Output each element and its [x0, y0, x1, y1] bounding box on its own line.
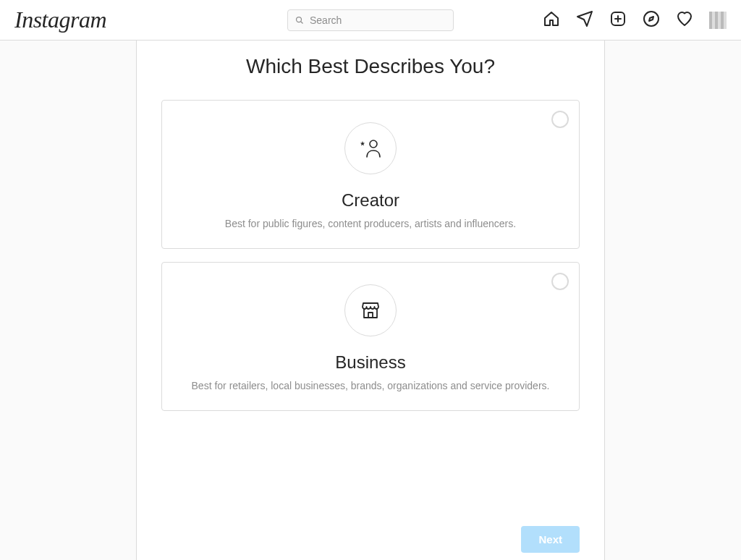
option-creator[interactable]: Creator Best for public figures, content… [161, 100, 580, 249]
svg-point-0 [297, 17, 302, 22]
main-panel: Which Best Describes You? Creator Best f… [136, 41, 605, 560]
business-icon-wrap [344, 284, 397, 336]
search-placeholder: Search [310, 14, 342, 26]
page-heading: Which Best Describes You? [161, 55, 580, 78]
nav-icons [543, 10, 727, 30]
explore-icon[interactable] [643, 10, 660, 30]
svg-point-7 [370, 140, 377, 148]
option-business[interactable]: Business Best for retailers, local busin… [161, 262, 580, 411]
creator-title: Creator [177, 190, 564, 211]
radio-creator[interactable] [551, 111, 569, 128]
search-container: Search [287, 9, 454, 31]
radio-business[interactable] [551, 273, 569, 290]
messages-icon[interactable] [576, 10, 593, 30]
svg-line-1 [301, 21, 303, 23]
svg-marker-6 [649, 17, 653, 21]
activity-icon[interactable] [676, 10, 693, 30]
creator-desc: Best for public figures, content produce… [177, 218, 564, 229]
search-icon [295, 16, 304, 25]
profile-avatar[interactable] [709, 12, 727, 29]
search-input[interactable]: Search [287, 9, 454, 31]
top-nav: Instagram Search [0, 0, 741, 41]
business-desc: Best for retailers, local businesses, br… [177, 380, 564, 391]
creator-icon [360, 139, 381, 158]
instagram-logo[interactable]: Instagram [14, 7, 106, 33]
creator-icon-wrap [344, 122, 397, 174]
new-post-icon[interactable] [609, 10, 627, 30]
svg-point-5 [644, 12, 659, 26]
next-button[interactable]: Next [521, 526, 580, 553]
home-icon[interactable] [543, 10, 560, 30]
storefront-icon [361, 301, 380, 320]
business-title: Business [177, 352, 564, 373]
